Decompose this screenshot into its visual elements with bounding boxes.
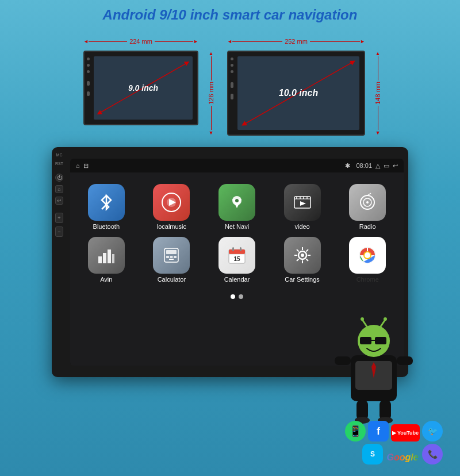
svg-rect-26 — [166, 256, 169, 258]
bluetooth-icon-img — [88, 184, 125, 221]
youtube-icon: ▶ YouTube — [391, 424, 420, 442]
svg-rect-22 — [108, 249, 111, 263]
svg-line-57 — [381, 320, 385, 327]
facebook-icon: f — [368, 421, 389, 442]
home-button[interactable]: ⌂ — [55, 185, 63, 193]
netnavi-label: Net Navi — [225, 223, 249, 230]
svg-rect-20 — [98, 256, 102, 263]
svg-line-42 — [297, 249, 299, 252]
video-label: video — [294, 223, 309, 230]
svg-rect-60 — [375, 337, 386, 344]
svg-point-56 — [361, 317, 364, 321]
rst-label: RST — [55, 162, 63, 166]
app-calendar[interactable]: 15 Calendar — [208, 237, 266, 283]
width-label-10: 252 mm — [282, 38, 310, 45]
app-localmusic[interactable]: localmusic — [143, 184, 201, 230]
svg-point-8 — [235, 199, 239, 202]
vol-down-button[interactable]: − — [55, 227, 63, 237]
netnavi-icon-img — [218, 184, 255, 221]
svg-rect-23 — [112, 254, 114, 263]
carsettings-icon-img — [284, 237, 321, 274]
svg-rect-62 — [335, 356, 351, 365]
bluetooth-status-icon: ✱ — [345, 162, 350, 170]
localmusic-icon-img — [153, 184, 190, 221]
page-dots — [70, 292, 404, 301]
viber-icon: 📞 — [422, 444, 443, 465]
carsettings-label: Car Settings — [285, 276, 320, 283]
google-label: Google — [386, 452, 418, 463]
height-label-10: 148 mm — [374, 80, 381, 106]
svg-marker-15 — [300, 201, 306, 206]
app-grid: Bluetooth localmusic — [70, 172, 404, 292]
app-video[interactable]: video — [273, 184, 332, 230]
screen-label-10: 10.0 inch — [279, 88, 318, 98]
chrome-label: Chrome — [356, 276, 379, 283]
calendar-label: Calendar — [224, 276, 250, 283]
app-netnavi[interactable]: Net Navi — [208, 184, 266, 230]
calculator-icon-img — [153, 237, 190, 274]
height-arrow-9: ▲ 126 mm ▼ — [208, 51, 214, 136]
svg-rect-28 — [174, 256, 177, 258]
calendar-icon-img: 15 — [218, 237, 255, 274]
svg-point-58 — [384, 317, 387, 321]
diagrams-section: ◄ 224 mm ► — [0, 28, 460, 141]
twitter-icon: 🐦 — [422, 421, 443, 442]
app-calculator[interactable]: Calculator — [143, 237, 201, 283]
svg-rect-59 — [360, 337, 371, 344]
back-nav-icon: ↩ — [393, 162, 398, 170]
svg-line-45 — [297, 259, 299, 262]
video-icon-img — [284, 184, 321, 221]
chrome-icon-img — [349, 237, 386, 274]
radio-label: Radio — [359, 223, 376, 230]
dot-2 — [239, 294, 243, 299]
back-button[interactable]: ↩ — [55, 197, 63, 205]
device-diagram-10: 10.0 inch — [227, 51, 365, 136]
width-label-9: 224 mm — [127, 38, 155, 45]
svg-point-18 — [366, 201, 369, 204]
bluetooth-label: Bluetooth — [93, 223, 120, 230]
status-time: 08:01 — [356, 162, 372, 169]
signal-icon: △ — [375, 162, 380, 170]
svg-rect-27 — [170, 256, 173, 258]
height-arrow-10: ▲ 148 mm ▼ — [374, 51, 381, 136]
app-avin[interactable]: Avin — [77, 237, 136, 283]
vol-up-button[interactable]: + — [55, 213, 63, 223]
svg-rect-25 — [166, 250, 177, 254]
social-icons: 📱 f ▶ YouTube 🐦 S Google 📞 — [328, 421, 443, 465]
skype-icon: S — [362, 444, 383, 465]
diagram-10inch: ◄ 252 mm ► 10.0 inch — [227, 51, 365, 136]
svg-rect-21 — [103, 253, 106, 263]
svg-rect-33 — [232, 247, 234, 251]
mascot-area: 📱 f ▶ YouTube 🐦 S Google 📞 — [316, 315, 443, 465]
home-icon: ⌂ — [76, 162, 80, 169]
screen-label-9: 9.0 inch — [128, 83, 158, 93]
side-controls: MC RST ⏻ ⌂ ↩ + − — [55, 147, 63, 377]
diagram-9inch: ◄ 224 mm ► — [83, 51, 198, 136]
mc-label: MC — [56, 153, 63, 157]
app-carsettings[interactable]: Car Settings — [273, 237, 332, 283]
app-radio[interactable]: Radio — [338, 184, 397, 230]
svg-rect-31 — [229, 249, 245, 254]
power-button[interactable]: ⏻ — [55, 174, 63, 182]
height-label-9: 126 mm — [208, 80, 214, 106]
calculator-label: Calculator — [158, 276, 186, 283]
whatsapp-icon: 📱 — [345, 421, 366, 442]
app-chrome[interactable]: Chrome — [338, 237, 397, 283]
radio-icon-img — [349, 184, 386, 221]
window-icon: ▭ — [384, 162, 389, 170]
svg-point-49 — [365, 252, 370, 258]
svg-text:15: 15 — [233, 256, 240, 262]
svg-line-43 — [306, 259, 308, 262]
svg-rect-34 — [240, 247, 241, 251]
avin-label: Avin — [100, 276, 112, 283]
status-bar: ⌂ ⊟ ✱ 08:01 △ ▭ ↩ — [70, 159, 404, 172]
svg-rect-63 — [397, 356, 413, 365]
svg-line-55 — [362, 320, 367, 327]
app-bluetooth[interactable]: Bluetooth — [77, 184, 136, 230]
device-diagram-9: 9.0 inch — [83, 51, 198, 125]
width-arrow-10: ◄ 252 mm ► — [227, 38, 365, 45]
menu-icon: ⊟ — [83, 162, 89, 170]
width-arrow-9: ◄ 224 mm ► — [83, 38, 198, 45]
android-mascot — [334, 315, 414, 430]
svg-point-37 — [301, 254, 304, 257]
